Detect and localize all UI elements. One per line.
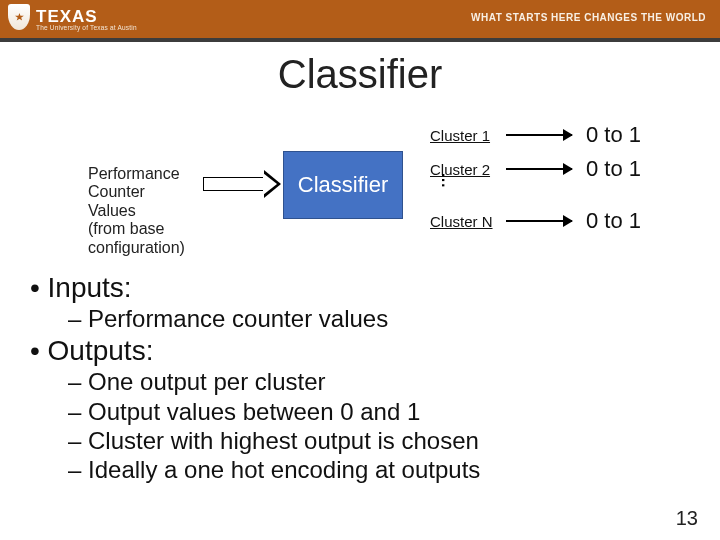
- arrow-input-icon: [203, 175, 281, 193]
- ellipsis: ...: [436, 172, 462, 187]
- slide: ★ TEXAS The University of Texas at Austi…: [0, 0, 720, 540]
- body-text: Inputs: Performance counter values Outpu…: [30, 270, 690, 484]
- arrow-right-icon: [506, 134, 572, 136]
- shield-glyph: ★: [15, 12, 24, 22]
- output-label: Cluster 1: [430, 127, 508, 144]
- bullet-outputs-sub1: One output per cluster: [68, 367, 690, 396]
- shield-icon: ★: [8, 4, 30, 30]
- output-range: 0 to 1: [586, 156, 641, 182]
- page-number: 13: [676, 507, 698, 530]
- bullet-outputs-sub3: Cluster with highest output is chosen: [68, 426, 690, 455]
- output-row-n: Cluster N 0 to 1: [430, 208, 641, 234]
- tagline: WHAT STARTS HERE CHANGES THE WORLD: [471, 12, 706, 23]
- arrow-right-icon: [506, 168, 572, 170]
- slide-title: Classifier: [0, 52, 720, 97]
- logo-subline: The University of Texas at Austin: [36, 24, 137, 31]
- classifier-box: Classifier: [283, 151, 403, 219]
- output-range: 0 to 1: [586, 122, 641, 148]
- bullet-outputs: Outputs:: [30, 335, 690, 367]
- output-row-1: Cluster 1 0 to 1: [430, 122, 641, 148]
- bullet-inputs-sub1: Performance counter values: [68, 304, 690, 333]
- output-range: 0 to 1: [586, 208, 641, 234]
- bullet-outputs-sub4: Ideally a one hot encoding at outputs: [68, 455, 690, 484]
- accent-bar: [0, 38, 720, 42]
- bullet-inputs: Inputs:: [30, 272, 690, 304]
- bullet-outputs-sub2: Output values between 0 and 1: [68, 397, 690, 426]
- diagram-input-label: Performance Counter Values (from base co…: [88, 165, 185, 257]
- arrow-right-icon: [506, 220, 572, 222]
- output-label: Cluster N: [430, 213, 508, 230]
